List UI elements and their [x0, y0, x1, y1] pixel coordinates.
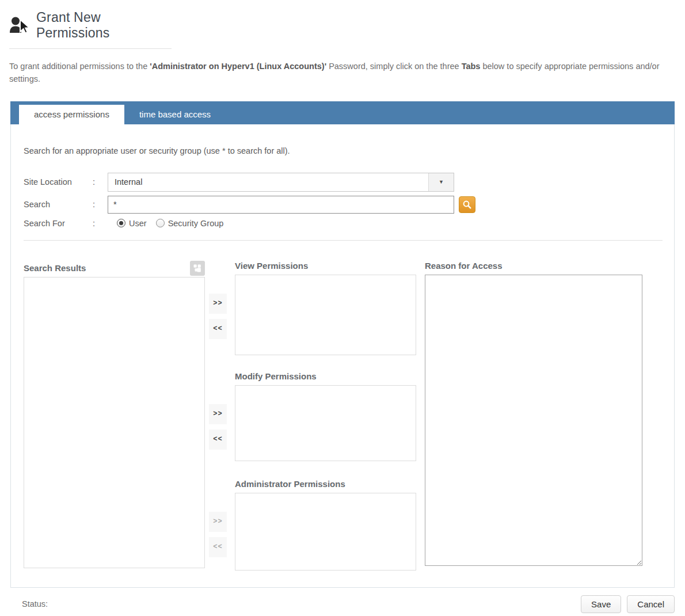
administrator-permissions-box-wrap: Administrator Permissions [235, 479, 416, 571]
modify-transfer-buttons: >> << [209, 371, 227, 461]
save-button[interactable]: Save [581, 595, 621, 613]
radio-user[interactable] [117, 219, 125, 227]
site-location-dropdown[interactable]: Internal ▼ [108, 173, 454, 192]
remove-administrator-permission-button[interactable]: << [209, 537, 227, 557]
remove-modify-permission-button[interactable]: << [209, 429, 227, 450]
search-button[interactable] [459, 196, 475, 213]
add-view-permission-button[interactable]: >> [209, 294, 227, 314]
search-input[interactable] [108, 196, 454, 214]
radio-security-group-label: Security Group [168, 219, 224, 228]
description-text: Password, simply click on the three [326, 62, 462, 71]
tab-access-permissions[interactable]: access permissions [19, 105, 124, 124]
search-results-label: Search Results [24, 263, 86, 273]
directory-users-icon [190, 261, 205, 276]
modify-permissions-box-wrap: Modify Permissions [235, 371, 416, 461]
label-separator: : [93, 219, 108, 228]
administrator-transfer-buttons: >> << [209, 479, 227, 571]
description-text: To grant additional permissions to the [9, 62, 150, 71]
administrator-permissions-section: >> << Administrator Permissions [209, 479, 416, 571]
view-permissions-box-wrap: View Permissions [235, 261, 416, 355]
tab-strip: access permissions time based access [10, 101, 675, 124]
site-location-label: Site Location [24, 177, 93, 187]
reason-for-access-textarea[interactable] [425, 275, 642, 566]
radio-option-user[interactable]: User [117, 219, 147, 228]
administrator-permissions-label: Administrator Permissions [235, 479, 416, 492]
search-results-listbox[interactable] [24, 277, 205, 568]
view-permissions-label: View Permissions [235, 261, 416, 273]
radio-security-group[interactable] [156, 219, 165, 227]
footer-buttons: Save Cancel [581, 595, 675, 613]
reason-for-access-label: Reason for Access [425, 261, 642, 273]
chevron-down-icon: ▼ [439, 179, 444, 185]
view-transfer-buttons: >> << [209, 261, 227, 355]
page-title: Grant New Permissions [36, 10, 172, 41]
modify-permissions-label: Modify Permissions [235, 371, 416, 384]
search-for-label: Search For [24, 219, 93, 228]
footer: Status: Save Cancel [9, 595, 675, 613]
password-name-text: 'Administrator on Hyperv1 (Linux Account… [150, 62, 326, 71]
page-description: To grant additional permissions to the '… [9, 60, 668, 86]
tabs-word-text: Tabs [462, 62, 481, 71]
view-permissions-section: >> << View Permissions [209, 261, 416, 355]
search-row: Search : [24, 196, 663, 214]
search-label: Search [24, 200, 93, 209]
page-header: Grant New Permissions [9, 7, 172, 49]
tab-time-based-access[interactable]: time based access [124, 105, 226, 124]
grant-permissions-page: Grant New Permissions To grant additiona… [0, 0, 685, 613]
label-separator: : [93, 177, 108, 187]
cancel-button[interactable]: Cancel [627, 595, 675, 613]
radio-option-security-group[interactable]: Security Group [156, 219, 224, 228]
modify-permissions-listbox[interactable] [235, 385, 416, 461]
add-administrator-permission-button[interactable]: >> [209, 512, 227, 532]
remove-view-permission-button[interactable]: << [209, 319, 227, 339]
add-modify-permission-button[interactable]: >> [209, 404, 227, 424]
modify-permissions-section: >> << Modify Permissions [209, 371, 416, 461]
radio-user-label: User [129, 219, 147, 228]
access-permissions-panel: Search for an appropriate user or securi… [10, 124, 675, 588]
user-cursor-icon [9, 16, 31, 35]
label-separator: : [93, 200, 108, 209]
status-label: Status: [22, 599, 48, 609]
search-results-column: Search Results [24, 261, 205, 571]
search-for-row: Search For : User Security Group [24, 219, 663, 228]
search-icon [462, 200, 472, 210]
reason-for-access-column: Reason for Access [425, 261, 642, 571]
search-for-radio-group: User Security Group [117, 219, 223, 228]
permissions-columns: Search Results >> [24, 261, 663, 571]
dropdown-open-button[interactable]: ▼ [428, 173, 454, 191]
section-divider [24, 240, 663, 241]
search-results-header: Search Results [24, 261, 205, 276]
view-permissions-listbox[interactable] [235, 275, 416, 355]
administrator-permissions-listbox[interactable] [235, 493, 416, 571]
permission-boxes-column: >> << View Permissions >> << Modify Perm… [209, 261, 416, 571]
site-location-row: Site Location : Internal ▼ [24, 173, 663, 192]
site-location-value: Internal [108, 173, 428, 191]
search-instruction: Search for an appropriate user or securi… [24, 146, 663, 155]
